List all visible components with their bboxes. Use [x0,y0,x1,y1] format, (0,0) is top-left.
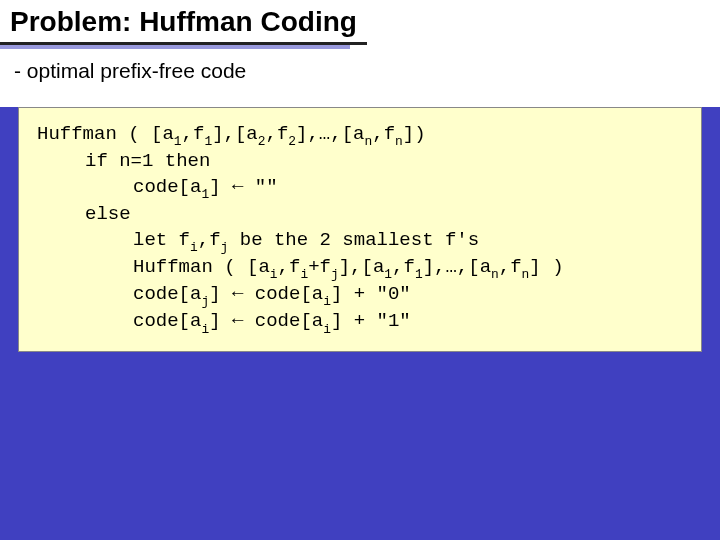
sub: 1 [174,134,182,149]
header-block: Problem: Huffman Coding - optimal prefix… [0,0,720,107]
t: ],…,[a [423,256,491,278]
code-line-4: else [37,202,685,228]
t: +f [308,256,331,278]
t: Huffman ( [a [37,123,174,145]
slide-title: Problem: Huffman Coding [10,6,357,38]
t: ,f [266,123,289,145]
sub: 1 [415,267,423,282]
t: ],[a [212,123,258,145]
code-line-3: code[a1] ← "" [37,175,685,202]
subtitle-area: - optimal prefix-free code [0,49,720,107]
t: ],…,[a [296,123,364,145]
sub: j [331,267,339,282]
code-line-2: if n=1 then [37,149,685,175]
sub: 2 [258,134,266,149]
t: ] + "1" [331,310,411,332]
t: ] + "0" [331,283,411,305]
sub: i [323,322,331,337]
sub: n [491,267,499,282]
code-line-5: let fi,fj be the 2 smallest f's [37,228,685,255]
t: code[a [133,283,201,305]
slide-subtitle: - optimal prefix-free code [14,59,706,83]
sub: i [300,267,308,282]
sub: 1 [384,267,392,282]
t: ] ) [529,256,563,278]
t: ],[a [339,256,385,278]
sub: n [364,134,372,149]
sub: i [270,267,278,282]
code-line-8: code[ai] ← code[ai] + "1" [37,309,685,336]
t: ] ← "" [209,176,277,198]
t: ,f [499,256,522,278]
t: be the 2 smallest f's [228,229,479,251]
sub: 2 [288,134,296,149]
sub: n [395,134,403,149]
sub: i [190,240,198,255]
sub: j [201,294,209,309]
sub: j [221,240,229,255]
sub: i [323,294,331,309]
t: code[a [133,176,201,198]
t: ] ← code[a [209,310,323,332]
t: ,f [372,123,395,145]
title-bar: Problem: Huffman Coding [0,0,367,45]
sub: 1 [204,134,212,149]
t: ] ← code[a [209,283,323,305]
sub: i [201,322,209,337]
t: code[a [133,310,201,332]
code-line-1: Huffman ( [a1,f1],[a2,f2],…,[an,fn]) [37,122,685,149]
sub: 1 [201,187,209,202]
code-line-6: Huffman ( [ai,fi+fj],[a1,f1],…,[an,fn] ) [37,255,685,282]
t: ,f [182,123,205,145]
sub: n [522,267,530,282]
t: ,f [392,256,415,278]
t: ,f [198,229,221,251]
code-line-7: code[aj] ← code[ai] + "0" [37,282,685,309]
code-box: Huffman ( [a1,f1],[a2,f2],…,[an,fn]) if … [18,107,702,352]
t: ,f [278,256,301,278]
t: Huffman ( [a [133,256,270,278]
t: ]) [403,123,426,145]
t: let f [133,229,190,251]
